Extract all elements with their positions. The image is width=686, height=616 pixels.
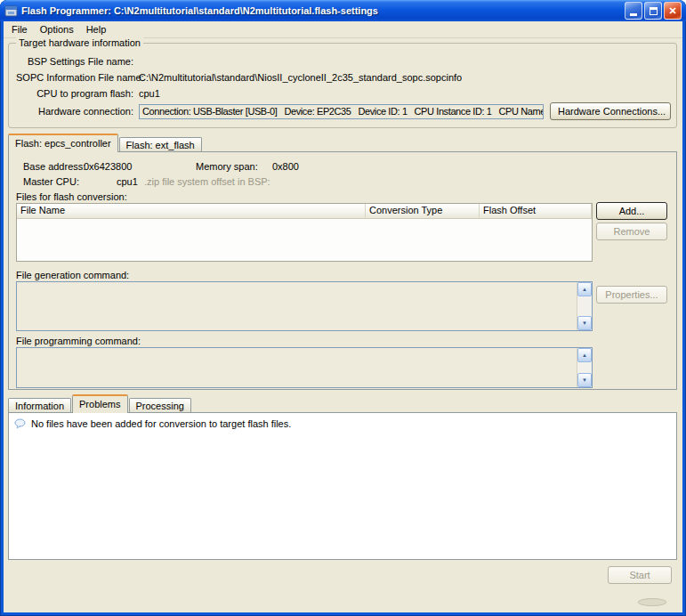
- column-conversion-type[interactable]: Conversion Type: [366, 204, 480, 219]
- bsp-settings-label: BSP Settings File name:: [16, 56, 133, 67]
- properties-button[interactable]: Properties...: [596, 286, 667, 304]
- file-programming-command-label: File programming command:: [16, 336, 141, 346]
- speech-bubble-icon: [14, 418, 26, 429]
- maximize-icon: [650, 7, 658, 15]
- minimize-button[interactable]: [625, 2, 642, 20]
- close-button[interactable]: ✕: [664, 2, 682, 20]
- file-generation-command-box[interactable]: ▲ ▼: [16, 281, 593, 331]
- scroll-down-icon[interactable]: ▼: [577, 316, 592, 330]
- hardware-connections-button[interactable]: Hardware Connections...: [550, 102, 671, 120]
- app-icon: [4, 4, 18, 18]
- menu-bar: File Options Help: [4, 21, 682, 38]
- scroll-up-icon[interactable]: ▲: [577, 282, 592, 296]
- tab-processing[interactable]: Processing: [129, 398, 191, 413]
- problems-panel: No files have been added for conversion …: [8, 412, 677, 560]
- flash-settings-panel: Base address: 0x6423800 Memory span: 0x8…: [8, 151, 677, 390]
- sopc-info-value: C:\N2multitutorial\standard\NiosII_cyclo…: [139, 72, 462, 83]
- hardware-connection-row: Hardware connection: Connection: USB-Bla…: [16, 102, 671, 120]
- files-table[interactable]: File Name Conversion Type Flash Offset: [16, 203, 593, 262]
- window-title: Flash Programmer: C:\N2multitutorial\sta…: [21, 5, 621, 16]
- group-title: Target hardware information: [16, 37, 143, 48]
- problems-message-row: No files have been added for conversion …: [14, 418, 671, 429]
- minimize-icon: [630, 13, 637, 16]
- menu-options[interactable]: Options: [34, 22, 80, 36]
- hardware-connection-label: Hardware connection:: [16, 106, 133, 117]
- programming-scrollbar[interactable]: ▲ ▼: [577, 348, 592, 387]
- files-table-body[interactable]: [17, 219, 592, 261]
- client-area: File Options Help Target hardware inform…: [4, 21, 682, 612]
- generation-scrollbar[interactable]: ▲ ▼: [577, 282, 592, 330]
- sopc-info-label: SOPC Information File name:: [16, 72, 133, 83]
- progress-oval: [638, 598, 666, 606]
- cpu-row: CPU to program flash: cpu1: [16, 86, 671, 101]
- menu-file[interactable]: File: [5, 22, 34, 36]
- tab-flash-epcs-controller[interactable]: Flash: epcs_controller: [8, 134, 118, 152]
- cpu-label: CPU to program flash:: [16, 88, 133, 99]
- menu-help[interactable]: Help: [80, 22, 113, 36]
- output-tabs: Information Problems Processing: [8, 394, 192, 413]
- memory-span-label: Memory span:: [196, 161, 258, 172]
- base-address-value: 0x6423800: [84, 161, 132, 172]
- title-bar[interactable]: Flash Programmer: C:\N2multitutorial\sta…: [0, 0, 686, 21]
- window-controls: ✕: [625, 2, 682, 20]
- zip-offset-label: .zip file system offset in BSP:: [144, 176, 270, 187]
- base-address-label: Base address:: [23, 161, 85, 172]
- remove-button[interactable]: Remove: [596, 223, 667, 240]
- master-cpu-value: cpu1: [117, 176, 138, 187]
- problems-message: No files have been added for conversion …: [31, 418, 291, 429]
- column-flash-offset[interactable]: Flash Offset: [480, 204, 592, 219]
- files-for-conversion-label: Files for flash conversion:: [16, 191, 127, 202]
- flash-tabs: Flash: epcs_controller Flash: ext_flash: [8, 134, 203, 152]
- column-file-name[interactable]: File Name: [17, 204, 366, 219]
- bsp-settings-row: BSP Settings File name:: [16, 54, 671, 69]
- tab-flash-ext-flash[interactable]: Flash: ext_flash: [119, 137, 202, 152]
- sopc-info-row: SOPC Information File name: C:\N2multitu…: [16, 70, 671, 85]
- files-table-header: File Name Conversion Type Flash Offset: [17, 204, 592, 219]
- master-cpu-label: Master CPU:: [23, 176, 79, 187]
- scroll-up-icon[interactable]: ▲: [577, 348, 592, 362]
- add-button[interactable]: Add...: [596, 202, 667, 220]
- file-programming-command-box[interactable]: ▲ ▼: [16, 347, 593, 388]
- start-button[interactable]: Start: [608, 566, 672, 584]
- memory-span-value: 0x800: [272, 161, 299, 172]
- hardware-connection-field: Connection: USB-Blaster [USB-0] Device: …: [139, 104, 544, 119]
- flash-programmer-window: Flash Programmer: C:\N2multitutorial\sta…: [0, 0, 686, 616]
- target-hardware-group: Target hardware information BSP Settings…: [8, 43, 677, 128]
- maximize-button[interactable]: [644, 2, 662, 20]
- tab-problems[interactable]: Problems: [72, 394, 127, 413]
- tab-information[interactable]: Information: [8, 398, 71, 413]
- file-generation-command-label: File generation command:: [16, 270, 129, 280]
- scroll-down-icon[interactable]: ▼: [577, 373, 592, 387]
- cpu-value: cpu1: [139, 88, 160, 99]
